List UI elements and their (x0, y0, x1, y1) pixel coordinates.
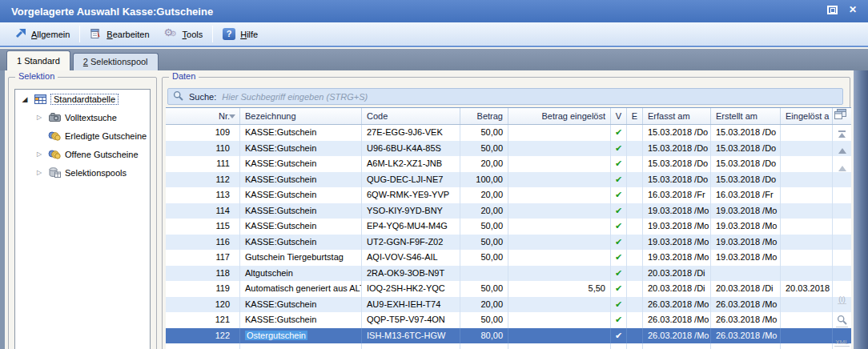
cell-code[interactable]: A6M-LK2-XZ1-JNB (362, 156, 460, 172)
cell-eingeloest-am[interactable] (781, 250, 833, 266)
allgemein-button[interactable]: Allgemein (8, 26, 77, 42)
cell-betrag-eingeloest[interactable] (508, 235, 611, 251)
cell-erfasst-am[interactable]: 15.03.2018 /Do (643, 125, 711, 141)
column-header-nr[interactable]: Nr. (166, 108, 240, 124)
cell-code[interactable]: QQP-T5P-V97-4ON (362, 312, 460, 328)
cell-verbucht[interactable]: ✔ (611, 156, 627, 172)
cell-nr[interactable]: 109 (166, 125, 240, 141)
cell-betrag-eingeloest[interactable] (508, 297, 611, 313)
cell-nr[interactable]: 117 (166, 250, 240, 266)
cell-erfasst-am[interactable]: 26.03.2018 /Mo (643, 297, 711, 313)
cell-e[interactable] (627, 235, 643, 251)
table-row[interactable]: 121 KASSE:Gutschein QQP-T5P-V97-4ON 50,0… (166, 312, 851, 328)
cell-verbucht[interactable]: ✔ (611, 203, 627, 219)
cell-verbucht[interactable]: ✔ (611, 141, 627, 157)
cell-erstellt-am[interactable]: 15.03.2018 /Do (711, 125, 781, 141)
cell-erstellt-am[interactable]: 19.03.2018 /Mo (711, 203, 781, 219)
cell-betrag-eingeloest[interactable] (508, 187, 611, 203)
cell-code[interactable]: QUG-DEC-LJI-NE7 (362, 172, 460, 188)
cell-bezeichnung[interactable]: KASSE:Gutschein (240, 141, 362, 157)
cell-bezeichnung[interactable]: KASSE:Gutschein (240, 125, 362, 141)
close-icon[interactable]: ✕ (849, 6, 857, 14)
cell-erstellt-am[interactable]: 15.03.2018 /Do (711, 156, 781, 172)
cell-nr[interactable]: 111 (166, 156, 240, 172)
cell-e[interactable] (627, 266, 643, 282)
cell-verbucht[interactable]: ✔ (611, 312, 627, 328)
cell-betrag[interactable]: 20,00 (460, 187, 508, 203)
cell-e[interactable] (627, 297, 643, 313)
expander-collapsed-icon[interactable]: ▷ (34, 114, 44, 121)
cell-verbucht[interactable]: ✔ (611, 297, 627, 313)
column-header-erfasst-am[interactable]: Erfasst am (643, 108, 711, 124)
scroll-up-icon[interactable] (834, 148, 850, 154)
cell-erstellt-am[interactable]: 19.03.2018 /Mo (711, 219, 781, 235)
cell-betrag[interactable]: 50,00 (460, 235, 508, 251)
table-row[interactable]: 111 KASSE:Gutschein A6M-LK2-XZ1-JNB 20,0… (166, 156, 851, 172)
cell-erstellt-am[interactable]: 19.03.2018 /Mo (711, 235, 781, 251)
cell-erstellt-am[interactable] (711, 343, 781, 349)
cell-eingeloest-am[interactable] (781, 266, 833, 282)
cell-betrag[interactable]: 20,00 (460, 156, 508, 172)
cell-erfasst-am[interactable]: 26.03.2018 /Mo (643, 312, 711, 328)
cell-code[interactable]: U96-6BU-K4A-85S (362, 141, 460, 157)
cell-bezeichnung[interactable]: KASSE:Gutschein (240, 156, 362, 172)
expander-collapsed-icon[interactable]: ▷ (34, 150, 44, 158)
cell-e[interactable] (627, 187, 643, 203)
tree-item-erledigte-gutscheine[interactable]: Erledigte Gutscheine (15, 126, 150, 145)
tab-standard[interactable]: 1 Standard (6, 50, 70, 70)
cell-verbucht[interactable]: ✔ (611, 172, 627, 188)
bearbeiten-button[interactable]: Bearbeiten (82, 25, 156, 43)
cell-nr[interactable] (166, 343, 240, 349)
column-header-code[interactable]: Code (362, 108, 460, 124)
cell-betrag-eingeloest[interactable] (508, 312, 611, 328)
scroll-up-page-icon[interactable] (834, 166, 850, 171)
cell-verbucht[interactable]: ✔ (611, 219, 627, 235)
cell-eingeloest-am[interactable] (781, 328, 833, 344)
table-row[interactable]: 120 KASSE:Gutschein AU9-EXH-IEH-T74 20,0… (166, 297, 851, 313)
cell-e[interactable] (627, 312, 643, 328)
cell-e[interactable] (627, 281, 643, 297)
cell-code[interactable]: UT2-GGN-F9F-Z02 (362, 235, 460, 251)
cell-e[interactable] (627, 156, 643, 172)
cell-erfasst-am[interactable]: 16.03.2018 /Fr (643, 187, 711, 203)
table-row[interactable]: 112 KASSE:Gutschein QUG-DEC-LJI-NE7 100,… (166, 172, 851, 188)
cell-betrag-eingeloest[interactable] (508, 203, 611, 219)
table-row[interactable]: 118 Altgutschein 2RA-OK9-3OB-N9T ✔ 20.03… (166, 266, 851, 282)
cell-betrag-eingeloest[interactable]: 5,50 (508, 281, 611, 297)
cell-bezeichnung[interactable]: Automatisch generiert aus ALT (240, 281, 362, 297)
cell-betrag[interactable]: 50,00 (460, 250, 508, 266)
table-row[interactable]: 109 KASSE:Gutschein 27E-EGG-9J6-VEK 50,0… (166, 125, 851, 141)
cell-eingeloest-am[interactable] (781, 235, 833, 251)
cell-betrag[interactable]: 80,00 (460, 328, 508, 344)
cell-betrag[interactable]: 20,00 (460, 297, 508, 313)
cell-verbucht[interactable]: ✔ (611, 281, 627, 297)
cell-bezeichnung[interactable]: KASSE:Gutschein (240, 172, 362, 188)
column-header-eingeloest-am[interactable]: Eingelöst a (781, 108, 833, 124)
table-row[interactable]: 114 KASSE:Gutschein YSO-KIY-9YD-BNY 20,0… (166, 203, 851, 219)
cell-betrag[interactable] (460, 266, 508, 282)
cell-betrag-eingeloest[interactable] (508, 172, 611, 188)
search-bar[interactable]: Suche: (167, 88, 843, 105)
cell-eingeloest-am[interactable] (781, 312, 833, 328)
cell-e[interactable] (627, 219, 643, 235)
cell-eingeloest-am[interactable] (781, 156, 833, 172)
cell-eingeloest-am[interactable] (781, 125, 833, 141)
cell-nr[interactable]: 122 (166, 328, 240, 344)
cell-erfasst-am[interactable]: 26.03.2018 /Mo (643, 328, 711, 344)
cell-erstellt-am[interactable]: 20.03.2018 /Di (711, 281, 781, 297)
cell-code[interactable]: AQI-VOV-S46-AIL (362, 250, 460, 266)
search-input[interactable] (222, 92, 838, 102)
cell-code[interactable]: YSO-KIY-9YD-BNY (362, 203, 460, 219)
cell-erstellt-am[interactable]: 26.03.2018 /Mo (711, 297, 781, 313)
tree-item-selektionspools[interactable]: ▷ Selektionspools (15, 163, 150, 182)
cell-nr[interactable]: 118 (166, 266, 240, 282)
cell-erstellt-am[interactable] (711, 266, 781, 282)
column-header-bezeichnung[interactable]: Bezeichnung (240, 108, 362, 124)
column-header-betrag-eingeloest[interactable]: Betrag eingelöst (508, 108, 611, 124)
cell-bezeichnung[interactable]: KASSE:Gutschein (240, 219, 362, 235)
cell-betrag[interactable]: 50,00 (460, 219, 508, 235)
cell-nr[interactable]: 116 (166, 235, 240, 251)
xml-tool-button[interactable]: XML (834, 339, 850, 347)
cell-bezeichnung[interactable]: KASSE:Gutschein (240, 297, 362, 313)
cell-code[interactable]: AU9-EXH-IEH-T74 (362, 297, 460, 313)
